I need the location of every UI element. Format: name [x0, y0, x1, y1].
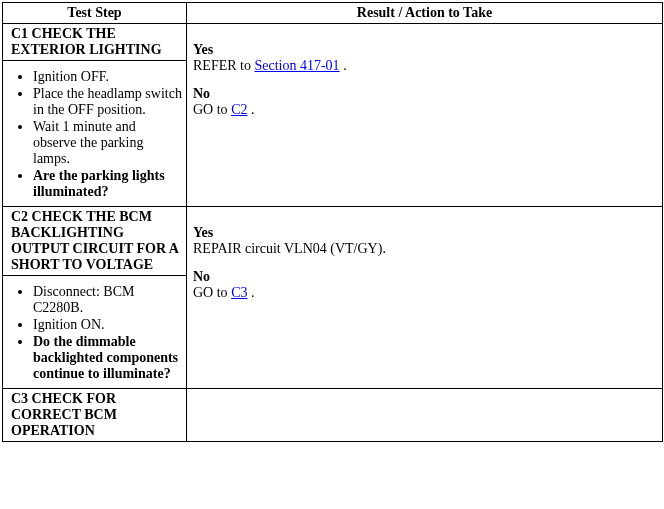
step-c1-list: Ignition OFF. Place the headlamp switch … — [7, 69, 182, 200]
link-c3[interactable]: C3 — [231, 285, 247, 300]
link-c2[interactable]: C2 — [231, 102, 247, 117]
label-yes: Yes — [193, 225, 656, 241]
c1-no-action: GO to C2 . — [193, 102, 656, 118]
step-c1-title: C1 CHECK THE EXTERIOR LIGHTING — [3, 24, 187, 61]
step-c2-title: C2 CHECK THE BCM BACKLIGHTING OUTPUT CIR… — [3, 207, 187, 276]
step-c2-result: Yes REPAIR circuit VLN04 (VT/GY). No GO … — [187, 207, 663, 389]
step-c1-body: Ignition OFF. Place the headlamp switch … — [3, 61, 187, 207]
step-c3-title: C3 CHECK FOR CORRECT BCM OPERATION — [3, 389, 187, 442]
list-item: Disconnect: BCM C2280B. — [33, 284, 182, 316]
step-c2-question: Do the dimmable backlighted components c… — [33, 334, 182, 382]
list-item: Ignition ON. — [33, 317, 182, 333]
pinpoint-test-table: Test Step Result / Action to Take C1 CHE… — [2, 2, 663, 442]
step-c1-result: Yes REFER to Section 417-01 . No GO to C… — [187, 24, 663, 207]
list-item: Wait 1 minute and observe the parking la… — [33, 119, 182, 167]
step-c1-question: Are the parking lights illuminated? — [33, 168, 182, 200]
label-no: No — [193, 86, 656, 102]
step-c3-result — [187, 389, 663, 442]
list-item: Place the headlamp switch in the OFF pos… — [33, 86, 182, 118]
header-test-step: Test Step — [3, 3, 187, 24]
link-section-417-01[interactable]: Section 417-01 — [254, 58, 339, 73]
label-yes: Yes — [193, 42, 656, 58]
step-c2-list: Disconnect: BCM C2280B. Ignition ON. Do … — [7, 284, 182, 382]
header-result: Result / Action to Take — [187, 3, 663, 24]
step-c2-body: Disconnect: BCM C2280B. Ignition ON. Do … — [3, 276, 187, 389]
label-no: No — [193, 269, 656, 285]
c2-yes-action: REPAIR circuit VLN04 (VT/GY). — [193, 241, 656, 257]
c1-yes-action: REFER to Section 417-01 . — [193, 58, 656, 74]
c2-no-action: GO to C3 . — [193, 285, 656, 301]
list-item: Ignition OFF. — [33, 69, 182, 85]
